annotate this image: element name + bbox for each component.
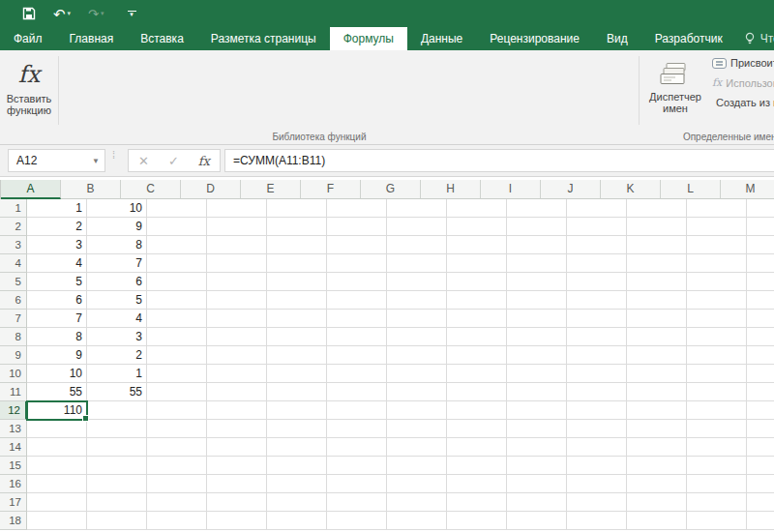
cell-B8[interactable]: 3 <box>87 328 147 346</box>
cell-E6[interactable] <box>267 291 327 310</box>
cell-M8[interactable] <box>747 328 774 346</box>
cell-F1[interactable] <box>327 199 387 218</box>
cell-F18[interactable] <box>327 512 387 530</box>
cell-H2[interactable] <box>447 218 507 236</box>
cell-L17[interactable] <box>687 493 747 512</box>
tab-Формулы[interactable]: Формулы <box>330 27 407 50</box>
cell-L11[interactable] <box>687 383 747 401</box>
row-header-17[interactable]: 17 <box>0 493 27 512</box>
enter-icon[interactable]: ✓ <box>168 154 179 168</box>
cell-G6[interactable] <box>387 291 447 310</box>
cell-G18[interactable] <box>387 512 447 530</box>
cell-M16[interactable] <box>747 475 774 493</box>
tab-Главная[interactable]: Главная <box>56 27 128 50</box>
row-header-18[interactable]: 18 <box>0 512 27 530</box>
cell-D11[interactable] <box>207 383 267 401</box>
cell-G13[interactable] <box>387 420 447 438</box>
cell-E16[interactable] <box>267 475 327 493</box>
name-box[interactable]: A12 ▼ <box>8 149 105 172</box>
name-manager-button[interactable]: Диспетчер имен <box>644 54 706 139</box>
cell-M10[interactable] <box>747 365 774 383</box>
cell-F13[interactable] <box>327 420 387 438</box>
cell-C7[interactable] <box>147 310 207 328</box>
cell-B1[interactable]: 10 <box>87 199 147 218</box>
cell-H13[interactable] <box>447 420 507 438</box>
cell-J17[interactable] <box>567 493 627 512</box>
cell-I3[interactable] <box>507 236 567 254</box>
cell-H14[interactable] <box>447 438 507 457</box>
cell-M4[interactable] <box>747 254 774 273</box>
cell-F5[interactable] <box>327 273 387 291</box>
column-header-K[interactable]: K <box>601 180 661 199</box>
cell-G2[interactable] <box>387 218 447 236</box>
cell-D7[interactable] <box>207 310 267 328</box>
cell-L16[interactable] <box>687 475 747 493</box>
cell-G14[interactable] <box>387 438 447 457</box>
cell-A2[interactable]: 2 <box>27 218 87 236</box>
cell-A7[interactable]: 7 <box>27 310 87 328</box>
column-header-A[interactable]: A <box>1 180 61 199</box>
row-header-2[interactable]: 2 <box>0 218 27 236</box>
cell-J7[interactable] <box>567 310 627 328</box>
cell-L4[interactable] <box>687 254 747 273</box>
cell-M13[interactable] <box>747 420 774 438</box>
cell-H18[interactable] <box>447 512 507 530</box>
column-header-L[interactable]: L <box>661 180 721 199</box>
cell-E8[interactable] <box>267 328 327 346</box>
cell-J6[interactable] <box>567 291 627 310</box>
column-header-J[interactable]: J <box>541 180 601 199</box>
cell-F6[interactable] <box>327 291 387 310</box>
cell-H4[interactable] <box>447 254 507 273</box>
cell-K12[interactable] <box>627 401 687 420</box>
cell-D18[interactable] <box>207 512 267 530</box>
cell-F7[interactable] <box>327 310 387 328</box>
tell-me-box[interactable]: Что вы хотите сделать <box>744 27 774 50</box>
cell-G4[interactable] <box>387 254 447 273</box>
cell-G3[interactable] <box>387 236 447 254</box>
cell-C15[interactable] <box>147 457 207 475</box>
cell-L15[interactable] <box>687 457 747 475</box>
cell-A1[interactable]: 1 <box>27 199 87 218</box>
cell-K1[interactable] <box>627 199 687 218</box>
cell-C13[interactable] <box>147 420 207 438</box>
cell-J5[interactable] <box>567 273 627 291</box>
cell-D6[interactable] <box>207 291 267 310</box>
cell-B9[interactable]: 2 <box>87 346 147 365</box>
cell-A10[interactable]: 10 <box>27 365 87 383</box>
cell-M1[interactable] <box>747 199 774 218</box>
cell-E3[interactable] <box>267 236 327 254</box>
cell-A18[interactable] <box>27 512 87 530</box>
cell-D15[interactable] <box>207 457 267 475</box>
cell-H17[interactable] <box>447 493 507 512</box>
row-header-4[interactable]: 4 <box>0 254 27 273</box>
cell-D9[interactable] <box>207 346 267 365</box>
cell-I18[interactable] <box>507 512 567 530</box>
cell-M5[interactable] <box>747 273 774 291</box>
row-header-6[interactable]: 6 <box>0 291 27 310</box>
cell-F2[interactable] <box>327 218 387 236</box>
cell-F11[interactable] <box>327 383 387 401</box>
cell-E15[interactable] <box>267 457 327 475</box>
cell-H8[interactable] <box>447 328 507 346</box>
column-header-H[interactable]: H <box>421 180 481 199</box>
cell-G11[interactable] <box>387 383 447 401</box>
cell-L6[interactable] <box>687 291 747 310</box>
cell-M14[interactable] <box>747 438 774 457</box>
cell-K2[interactable] <box>627 218 687 236</box>
cell-I16[interactable] <box>507 475 567 493</box>
cell-B15[interactable] <box>87 457 147 475</box>
cell-F12[interactable] <box>327 401 387 420</box>
cell-C6[interactable] <box>147 291 207 310</box>
cell-K16[interactable] <box>627 475 687 493</box>
cell-H11[interactable] <box>447 383 507 401</box>
cell-J16[interactable] <box>567 475 627 493</box>
cell-K9[interactable] <box>627 346 687 365</box>
cell-C9[interactable] <box>147 346 207 365</box>
cell-B3[interactable]: 8 <box>87 236 147 254</box>
cell-E9[interactable] <box>267 346 327 365</box>
cell-H5[interactable] <box>447 273 507 291</box>
cell-D13[interactable] <box>207 420 267 438</box>
column-header-I[interactable]: I <box>481 180 541 199</box>
cell-J13[interactable] <box>567 420 627 438</box>
cell-M17[interactable] <box>747 493 774 512</box>
